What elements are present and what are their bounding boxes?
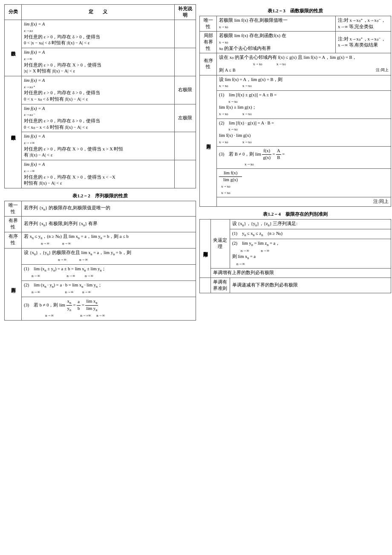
t4-monotone-note: 单调增有上界的数列必有极限	[210, 269, 391, 278]
category-func-limit: 函数极限	[5, 20, 22, 76]
t3-ordered-label: 有序性	[200, 53, 217, 75]
note-pos-inf	[175, 132, 196, 160]
row-four-ops-content: 设 {xn}，{yn} 的极限存在且 lim xn = a，lim yn = b…	[22, 248, 196, 264]
col-header-definition: 定 义	[22, 5, 175, 20]
t3-uniqueness-content: 若极限 lim f(x) 存在,则极限值唯一 x→x₀	[217, 16, 336, 32]
row-uniqueness-content: 若序列 {xn} 的极限存在,则极限值是唯一的	[22, 201, 196, 216]
t4-squeeze-label: 夹逼定理	[210, 219, 230, 269]
table124: 序列极限存在准则 夹逼定理 设 {xn}，{yn}，{zn} 三序列满足: (1…	[199, 219, 391, 294]
col-header-note: 补充说明	[175, 5, 196, 20]
row-bounded-label: 有界性	[5, 217, 22, 232]
right-column: 表1.2－3 函数极限的性质 唯一性 若极限 lim f(x) 存在,则极限值唯…	[199, 4, 391, 325]
t4-squeeze-cond2: (2) lim yn = lim zn = a， n→∞ n→∞ 则 lim x…	[230, 239, 391, 269]
col-header-category: 分类	[5, 5, 22, 20]
row-four-ops-label: 四则运算	[5, 248, 22, 320]
row-bounded-content: 若序列 {xn} 有极限,则序列 {xn} 有界	[22, 217, 196, 232]
t4-seq-label: 序列极限存在准则	[200, 219, 211, 278]
definition-table: 分类 定 义 补充说明 函数极限 lim f(x) = A x→x₀ 对任意的 …	[4, 4, 196, 188]
note-row1	[175, 20, 196, 48]
def-right-limit: lim f(x) = A x→x₀⁺ 对任意的 ε > 0，均存在 δ > 0，…	[22, 76, 175, 104]
category-one-sided: 函数的单侧极限	[5, 76, 22, 188]
table123: 唯一性 若极限 lim f(x) 存在,则极限值唯一 x→x₀ 注:对 x→x₀…	[199, 16, 391, 207]
t3-ordered-content: 设在 x₀ 的某个去心邻域内有 f(x) ≤ g(x) 且 lim f(x) =…	[217, 53, 391, 75]
t4-squeeze-intro: 设 {xn}，{yn}，{zn} 三序列满足:	[230, 219, 391, 229]
note-row2	[175, 48, 196, 76]
row-four-ops-1: (1) lim (xn ± yn) = a ± b = lim xn ± lim…	[22, 264, 196, 280]
t3-bounded-note: 注:对 x→x₀⁺，x→x₀⁻，x→∞ 等,有类似结果	[336, 32, 391, 53]
table122-title: 表1.2－2 序列极限的性质	[4, 193, 196, 199]
def-left-limit: lim f(x) = A x→x₀⁻ 对任意的 ε > 0，均存在 δ > 0，…	[22, 104, 175, 132]
t3-four-ops-2: (2) lim [f(x) · g(x)] = A · B = x→x₀ lim…	[217, 119, 391, 147]
t4-boundary-label	[200, 278, 211, 293]
t4-monotone-decrease: 单调递减有下界的数列必有极限	[230, 278, 391, 293]
table124-section: 表1.2－4 极限存在的判别准则 序列极限存在准则 夹逼定理 设 {xn}，{y…	[199, 211, 391, 294]
t3-bounded-label: 局部有界性	[200, 32, 217, 53]
row-four-ops-2: (2) lim (xn · yn) = a · b = lim xn · lim…	[22, 280, 196, 297]
t3-uniqueness-note: 注:对 x→x₀⁺，x→x₀⁻，x→∞ 等,完全类似	[336, 16, 391, 32]
t3-bounded-content: 若极限 lim f(x) 存在,则函数f(x) 在 x→x₀ x₀ 的某个去心邻…	[217, 32, 336, 53]
note-left-limit: 左极限	[175, 104, 196, 132]
note-neg-inf	[175, 160, 196, 188]
def-row1: lim f(x) = A x→x₀ 对任意的 ε > 0，均存在 δ > 0，使…	[22, 20, 175, 48]
def-row2: lim f(x) = A x→∞ 对任意的 ε > 0，均存在 X > 0，使得…	[22, 48, 175, 76]
table124-title: 表1.2－4 极限存在的判别准则	[199, 211, 391, 217]
row-uniqueness-label: 唯一性	[5, 201, 22, 216]
table122: 唯一性 若序列 {xn} 的极限存在,则极限值是唯一的 有界性 若序列 {xn}…	[4, 201, 196, 321]
t3-four-ops-3b: lim f(x) lim g(x) x→x₀ x→x₀	[217, 169, 391, 197]
definition-table-section: 分类 定 义 补充说明 函数极限 lim f(x) = A x→x₀ 对任意的 …	[4, 4, 196, 188]
table123-title: 表1.2－3 函数极限的性质	[199, 8, 391, 14]
t3-four-ops-intro: 设 lim f(x) = A，lim g(x) = B，则 x→x₀ x→x₀	[217, 75, 391, 90]
page-wrapper: 分类 定 义 补充说明 函数极限 lim f(x) = A x→x₀ 对任意的 …	[4, 4, 388, 325]
table122-section: 表1.2－2 序列极限的性质 唯一性 若序列 {xn} 的极限存在,则极限值是唯…	[4, 193, 196, 321]
row-four-ops-3: (3) 若 b ≠ 0，则 lim xn yn = a b = lim xn l…	[22, 297, 196, 320]
def-neg-inf: lim f(x) = A x→−∞ 对任意的 ε > 0，均存在 X > 0，使…	[22, 160, 175, 188]
row-ordered-content: 若 xn ≤ yn，(n ≥ N₀) 且 lim xn = a，lim yn =…	[22, 232, 196, 248]
t3-four-ops-1: (1) lim [f(x) ± g(x)] = A ± B = x→x₀ lim…	[217, 90, 391, 119]
t3-four-ops-3: (3) 若 B ≠ 0，则 lim f(x) g(x) = A B = x→x₀	[217, 147, 391, 169]
t3-four-ops-note: 注:同上	[217, 197, 391, 207]
table123-section: 表1.2－3 函数极限的性质 唯一性 若极限 lim f(x) 存在,则极限值唯…	[199, 8, 391, 207]
def-pos-inf: lim f(x) = A x→+∞ 对任意的 ε > 0，均存在 X > 0，使…	[22, 132, 175, 160]
t4-squeeze-cond1: (1) yn ≤ xn ≤ zn (n ≥ N₀)	[230, 229, 391, 239]
t3-four-ops-label: 四则运算	[200, 75, 217, 206]
t4-monotone-label: 单调有界准则	[210, 278, 230, 293]
row-ordered-label: 有序性	[5, 232, 22, 248]
t3-uniqueness-label: 唯一性	[200, 16, 217, 32]
note-right-limit: 右极限	[175, 76, 196, 104]
left-column: 分类 定 义 补充说明 函数极限 lim f(x) = A x→x₀ 对任意的 …	[4, 4, 196, 325]
